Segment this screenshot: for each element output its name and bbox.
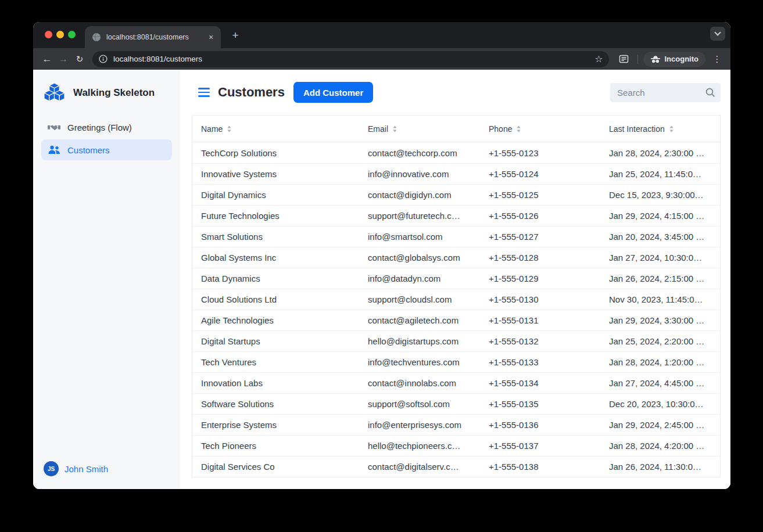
page-title: Customers [218,85,285,100]
globe-favicon-icon [92,33,101,42]
sidebar-nav: Greetings (Flow) Customers [33,110,180,160]
address-bar[interactable]: localhost:8081/customers [92,51,609,67]
close-tab-icon[interactable] [206,32,216,42]
cell-last-interaction: Jan 29, 2024, 2:45:00 … [600,420,721,430]
table-row[interactable]: Innovation Labs contact@innolabs.com +1-… [192,372,720,393]
table-row[interactable]: Global Systems Inc contact@globalsys.com… [192,247,720,268]
cell-name: Data Dynamics [192,274,359,283]
cell-email: contact@innolabs.com [359,378,480,388]
column-header[interactable]: Name [192,124,359,134]
cell-phone: +1-555-0136 [480,420,600,430]
table-row[interactable]: Digital Dynamics contact@digidyn.com +1-… [192,184,720,205]
user-menu[interactable]: JS John Smith [33,454,180,489]
cell-email: contact@techcorp.com [359,148,480,158]
app-title: Walking Skeleton [73,87,155,99]
search-box [610,83,721,102]
app-brand: Walking Skeleton [33,70,180,110]
column-header[interactable]: Last Interaction [600,124,721,134]
search-input[interactable] [617,88,705,98]
cell-name: Agile Technologies [192,315,359,325]
cell-name: Cloud Solutions Ltd [192,294,359,304]
table-row[interactable]: TechCorp Solutions contact@techcorp.com … [192,142,720,163]
tab-search-chevron-button[interactable] [710,27,725,41]
cell-phone: +1-555-0137 [480,441,600,451]
url-text: localhost:8081/customers [113,55,202,63]
sidebar-item-label: Greetings (Flow) [67,123,132,132]
cell-phone: +1-555-0130 [480,294,600,304]
cell-name: TechCorp Solutions [192,148,359,158]
forward-button[interactable] [55,51,71,67]
cell-last-interaction: Dec 20, 2023, 10:30:0… [600,399,721,409]
sort-icon [392,125,397,132]
fullscreen-window-button[interactable] [68,31,76,38]
tab-title: localhost:8081/customers [106,33,200,41]
hamburger-icon [198,88,210,89]
cell-email: contact@globalsys.com [359,253,480,263]
close-window-button[interactable] [45,31,52,38]
avatar: JS [44,461,59,476]
table-row[interactable]: Software Solutions support@softsol.com +… [192,393,720,414]
browser-menu-button[interactable] [710,52,725,67]
cell-last-interaction: Nov 30, 2023, 11:45:0… [600,294,721,304]
sidebar-item-customers[interactable]: Customers [41,139,172,160]
table-row[interactable]: Cloud Solutions Ltd support@cloudsl.com … [192,289,720,310]
cell-name: Digital Services Co [192,462,359,472]
new-tab-button[interactable] [228,28,242,42]
search-icon [705,87,716,98]
cell-email: info@enterprisesys.com [359,420,480,430]
browser-tab[interactable]: localhost:8081/customers [85,26,221,48]
cell-last-interaction: Jan 28, 2024, 2:30:00 … [600,148,721,158]
handshake-icon [47,123,61,131]
cell-phone: +1-555-0129 [480,274,600,283]
incognito-badge: Incognito [643,52,706,67]
table-row[interactable]: Agile Technologies contact@agiletech.com… [192,310,720,330]
side-panel-icon [619,54,629,64]
cell-email: info@datadyn.com [359,274,480,283]
cell-last-interaction: Jan 27, 2024, 10:30:0… [600,253,721,263]
minimize-window-button[interactable] [56,31,64,38]
column-header[interactable]: Email [359,124,480,134]
cell-phone: +1-555-0128 [480,253,600,263]
table-row[interactable]: Tech Ventures info@techventures.com +1-5… [192,351,720,372]
table-row[interactable]: Tech Pioneers hello@techpioneers.c… +1-5… [192,435,720,456]
cell-name: Tech Pioneers [192,441,359,451]
reload-button[interactable] [71,51,88,67]
cell-name: Innovative Systems [192,169,359,179]
cell-email: info@smartsol.com [359,232,480,242]
table-row[interactable]: Digital Services Co contact@digitalserv.… [192,456,720,477]
cell-name: Digital Dynamics [192,190,359,200]
cell-name: Global Systems Inc [192,253,359,263]
cell-last-interaction: Jan 28, 2024, 4:20:00 … [600,441,721,451]
table-row[interactable]: Future Technologies support@futuretech.c… [192,205,720,226]
browser-window: localhost:8081/customers localhost:8081/… [33,22,730,489]
cell-last-interaction: Jan 29, 2024, 4:15:00 … [600,211,721,221]
cell-email: hello@digistartups.com [359,336,480,346]
cell-phone: +1-555-0125 [480,190,600,200]
cell-email: info@techventures.com [359,357,480,367]
main-area: Customers Add Customer Name Email [180,70,730,489]
sort-icon [669,125,674,132]
drawer-toggle-button[interactable] [198,88,210,97]
cell-phone: +1-555-0138 [480,462,600,472]
add-customer-button[interactable]: Add Customer [293,82,373,103]
site-info-icon[interactable] [97,53,109,65]
grid-header-row: Name Email Phone Last Interaction [192,116,720,142]
cell-last-interaction: Jan 26, 2024, 2:15:00 … [600,274,721,283]
side-panel-button[interactable] [616,51,632,67]
table-row[interactable]: Digital Startups hello@digistartups.com … [192,330,720,351]
table-row[interactable]: Innovative Systems info@innovative.com +… [192,163,720,184]
sidebar-item-greetings[interactable]: Greetings (Flow) [41,117,172,138]
app-content: Walking Skeleton Gre [33,70,730,489]
cell-phone: +1-555-0124 [480,169,600,179]
cell-phone: +1-555-0132 [480,336,600,346]
sort-icon [516,125,521,132]
cell-email: support@cloudsl.com [359,294,480,304]
bookmark-star-icon[interactable] [592,52,607,67]
sidebar: Walking Skeleton Gre [33,70,180,489]
table-row[interactable]: Data Dynamics info@datadyn.com +1-555-01… [192,268,720,289]
back-button[interactable] [39,51,55,67]
table-row[interactable]: Enterprise Systems info@enterprisesys.co… [192,414,720,435]
column-header[interactable]: Phone [480,124,600,134]
table-row[interactable]: Smart Solutions info@smartsol.com +1-555… [192,226,720,247]
cell-name: Future Technologies [192,211,359,221]
